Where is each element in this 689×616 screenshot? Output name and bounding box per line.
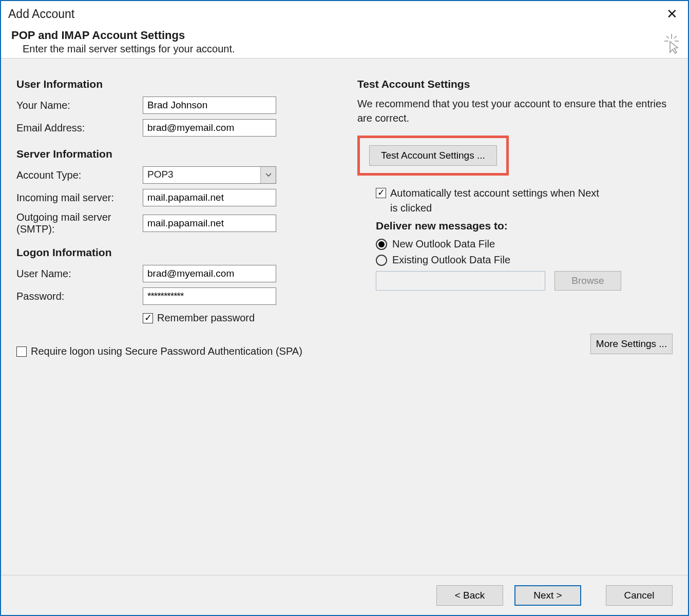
server-info-heading: Server Information	[16, 148, 332, 160]
form-body: User Information Your Name: Email Addres…	[1, 59, 688, 575]
username-input[interactable]	[143, 265, 276, 282]
your-name-input[interactable]	[143, 97, 276, 114]
existing-file-path-input[interactable]	[376, 271, 545, 291]
password-input[interactable]	[143, 287, 276, 305]
left-column: User Information Your Name: Email Addres…	[16, 73, 332, 570]
logon-info-heading: Logon Information	[16, 246, 332, 259]
more-settings-button[interactable]: More Settings ...	[590, 334, 673, 354]
account-type-label: Account Type:	[16, 169, 143, 181]
outgoing-server-label: Outgoing mail server (SMTP):	[16, 211, 143, 235]
radio-existing-label: Existing Outlook Data File	[392, 254, 510, 266]
test-settings-description: We recommend that you test your account …	[357, 97, 673, 125]
incoming-server-label: Incoming mail server:	[16, 192, 143, 204]
incoming-server-input[interactable]	[143, 189, 276, 206]
require-spa-label: Require logon using Secure Password Auth…	[31, 345, 302, 357]
email-address-label: Email Address:	[16, 122, 143, 134]
wizard-footer: < Back Next > Cancel	[1, 575, 688, 615]
right-column: Test Account Settings We recommend that …	[357, 73, 673, 570]
back-button[interactable]: < Back	[436, 585, 503, 606]
email-address-input[interactable]	[143, 119, 276, 137]
account-type-select[interactable]: POP3	[143, 166, 276, 184]
chevron-down-icon[interactable]	[260, 167, 276, 183]
test-button-highlight: Test Account Settings ...	[357, 136, 509, 176]
auto-test-checkbox[interactable]	[376, 188, 386, 198]
password-label: Password:	[16, 291, 143, 302]
deliver-heading: Deliver new messages to:	[376, 220, 673, 232]
browse-button[interactable]: Browse	[554, 271, 621, 291]
remember-password-label: Remember password	[157, 312, 255, 324]
radio-existing-data-file[interactable]	[376, 255, 387, 266]
require-spa-checkbox[interactable]	[16, 346, 27, 357]
window-title: Add Account	[8, 7, 74, 21]
test-settings-heading: Test Account Settings	[357, 78, 673, 90]
user-info-heading: User Information	[16, 78, 332, 90]
add-account-window: Add Account ✕ POP and IMAP Account Setti…	[0, 0, 689, 616]
test-account-settings-button[interactable]: Test Account Settings ...	[369, 145, 497, 166]
outgoing-server-input[interactable]	[143, 215, 276, 232]
radio-new-label: New Outlook Data File	[392, 238, 495, 250]
header-panel: POP and IMAP Account Settings Enter the …	[1, 27, 688, 59]
auto-test-label: Automatically test account settings when…	[390, 186, 606, 216]
next-button[interactable]: Next >	[514, 585, 581, 606]
page-subheading: Enter the mail server settings for your …	[23, 43, 678, 55]
titlebar: Add Account ✕	[1, 1, 688, 27]
cursor-click-icon	[662, 34, 681, 54]
svg-line-3	[666, 36, 669, 38]
svg-line-4	[674, 36, 677, 38]
page-heading: POP and IMAP Account Settings	[11, 29, 678, 42]
remember-password-checkbox[interactable]	[143, 313, 153, 323]
account-type-value: POP3	[143, 167, 260, 183]
your-name-label: Your Name:	[16, 100, 143, 111]
close-icon[interactable]: ✕	[663, 7, 681, 21]
username-label: User Name:	[16, 268, 143, 280]
radio-new-data-file[interactable]	[376, 239, 387, 250]
cancel-button[interactable]: Cancel	[606, 585, 673, 606]
